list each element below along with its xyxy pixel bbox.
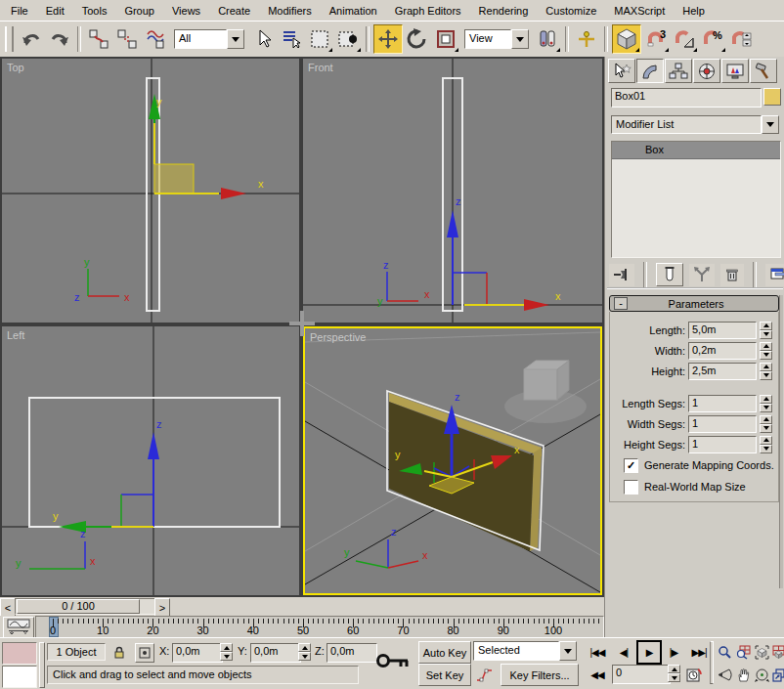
field-of-view-button[interactable] [716,664,734,686]
select-object-button[interactable] [249,25,277,53]
percent-snap-button[interactable]: % [699,25,726,53]
unlink-selection-button[interactable] [113,25,141,53]
length-spinner-up[interactable] [760,322,772,330]
zoom-all-button[interactable] [734,641,753,664]
bind-to-space-warp-button[interactable] [142,25,169,53]
selection-filter-dropdown[interactable]: All [174,29,244,49]
menu-item-tools[interactable]: Tools [73,2,116,20]
set-key-button[interactable]: Set Key [418,664,471,686]
time-configuration-button[interactable] [682,664,706,686]
menu-item-customize[interactable]: Customize [537,2,605,20]
reference-coordinate-arrow[interactable] [511,29,529,49]
menu-item-animation[interactable]: Animation [321,2,386,20]
undo-button[interactable] [18,25,45,53]
selection-set-dropdown[interactable]: Selected [473,641,577,661]
menu-item-graph-editors[interactable]: Graph Editors [386,2,470,20]
tab-display[interactable] [721,59,749,83]
pan-button[interactable] [734,664,753,686]
viewport-top[interactable]: Top y x y x z [2,59,299,323]
length-segs-field[interactable]: 1 [688,395,757,412]
length-spinner-down[interactable] [760,330,772,339]
x-coord-field[interactable]: 0,0m [172,643,223,663]
x-coord-spinner[interactable] [220,643,233,661]
select-and-manipulate-button[interactable] [573,25,600,53]
height-spinner-up[interactable] [760,363,772,371]
panel-scrollbar[interactable] [779,295,783,588]
height-segs-spinner-up[interactable] [760,436,772,445]
object-name-field[interactable]: Box01 [611,88,762,108]
select-and-link-button[interactable] [85,25,112,53]
length-segs-spinner-up[interactable] [760,395,772,404]
time-slider-forward-button[interactable]: > [154,598,170,617]
viewport-front[interactable]: Front z x z x y [303,59,602,323]
object-color-swatch[interactable] [763,88,781,106]
previous-frame-button[interactable]: ◀| [612,641,635,663]
select-and-scale-button[interactable] [432,25,459,53]
track-ruler[interactable]: 0102030405060708090100 [35,616,604,638]
set-keys-button[interactable] [375,646,411,679]
y-coord-spinner[interactable] [298,643,311,661]
absolute-offset-toggle[interactable] [135,643,154,663]
height-segs-field[interactable]: 1 [688,436,757,453]
tab-utilities[interactable] [750,59,777,83]
current-frame-spinner[interactable] [668,665,680,682]
tab-modify[interactable] [636,59,664,83]
width-segs-spinner-up[interactable] [760,415,772,424]
menu-item-edit[interactable]: Edit [37,2,73,20]
menu-item-views[interactable]: Views [163,2,209,20]
menu-item-file[interactable]: File [2,2,37,20]
go-to-end-button[interactable]: ▶▶| [686,641,712,663]
time-slider-back-button[interactable]: < [0,598,16,617]
time-slider-track[interactable]: 0 / 100 [15,598,155,615]
listener-splitter[interactable] [39,642,45,688]
min-max-toggle-button[interactable] [771,664,784,686]
key-mode-toggle-button[interactable]: ◀◀ [585,664,610,685]
stack-item-box[interactable]: Box [612,142,780,159]
menu-item-create[interactable]: Create [209,2,259,20]
pin-stack-button[interactable] [609,264,634,286]
angle-snap-button[interactable] [671,25,698,53]
auto-key-button[interactable]: Auto Key [418,641,471,664]
configure-modifier-sets-button[interactable] [765,264,784,286]
viewport-splitter-vertical[interactable] [300,311,304,336]
rectangular-selection-region-button[interactable] [306,25,333,53]
selection-lock-button[interactable] [109,643,129,663]
select-and-rotate-button[interactable] [404,25,431,53]
real-world-map-size-checkbox[interactable] [624,480,638,495]
open-mini-curve-editor-button[interactable] [3,617,34,638]
length-segs-spinner[interactable] [760,395,772,412]
width-spinner-down[interactable] [760,351,772,360]
maxscript-mini-listener-white[interactable] [2,666,37,688]
generate-mapping-coords-checkbox[interactable]: ✓ [624,458,638,473]
selection-set-arrow[interactable] [559,641,577,661]
maxscript-mini-listener-pink[interactable] [2,642,37,665]
menu-item-rendering[interactable]: Rendering [470,2,538,20]
menu-item-help[interactable]: Help [674,2,714,20]
modifier-list-dropdown[interactable]: Modifier List [611,115,779,134]
modifier-list-arrow[interactable] [762,115,779,134]
modifier-stack[interactable]: Box [611,141,781,258]
width-segs-spinner[interactable] [760,415,772,433]
use-pivot-point-center-button[interactable] [534,25,561,53]
menu-item-modifiers[interactable]: Modifiers [259,2,321,20]
width-segs-spinner-down[interactable] [760,424,772,433]
menu-item-maxscript[interactable]: MAXScript [605,2,674,20]
window-crossing-button[interactable] [334,25,362,53]
arc-rotate-button[interactable] [753,664,771,686]
width-field[interactable]: 0,2m [688,342,757,360]
default-in-out-tangents-button[interactable] [473,664,497,686]
play-button[interactable]: ▶ [636,640,662,665]
select-by-name-button[interactable] [278,25,305,53]
make-unique-button[interactable] [689,264,715,286]
length-field[interactable]: 5,0m [688,322,757,339]
height-spinner-down[interactable] [760,371,772,380]
tab-hierarchy[interactable] [665,59,692,83]
zoom-extents-button[interactable] [753,641,771,664]
menu-item-group[interactable]: Group [115,2,163,20]
go-to-start-button[interactable]: |◀◀ [585,641,610,663]
parameters-rollout-header[interactable]: - Parameters [609,295,779,312]
width-spinner[interactable] [760,342,772,360]
width-spinner-up[interactable] [760,342,772,351]
tab-create[interactable] [608,59,635,83]
viewport-left[interactable]: Left y z z y x [2,326,299,595]
